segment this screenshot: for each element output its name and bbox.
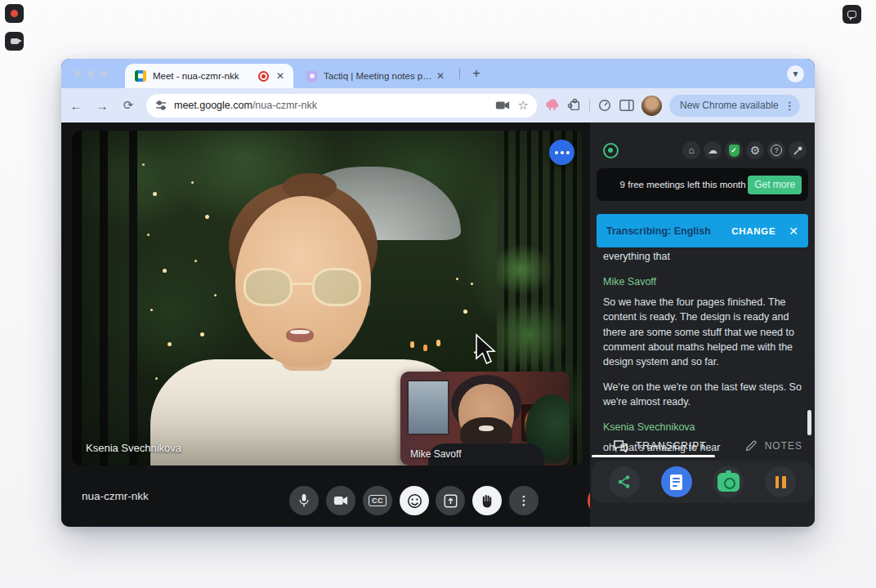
more-options-icon: ⋮ bbox=[518, 493, 530, 508]
camera-button[interactable] bbox=[326, 486, 355, 515]
smiley-icon bbox=[407, 493, 422, 509]
pause-icon bbox=[775, 476, 786, 488]
tab-close-button[interactable]: ✕ bbox=[274, 69, 287, 82]
present-screen-button[interactable] bbox=[436, 486, 465, 515]
transcript-chat-icon bbox=[613, 439, 628, 452]
captions-icon: CC bbox=[369, 495, 387, 506]
new-tab-button[interactable]: + bbox=[468, 65, 485, 82]
nav-circle-icon[interactable] bbox=[597, 98, 612, 113]
mouse-cursor bbox=[474, 333, 496, 366]
pin-icon[interactable] bbox=[789, 141, 807, 159]
sidebar-tabs: TRANSCRIPT NOTES bbox=[590, 434, 815, 457]
pink-extension-icon[interactable] bbox=[545, 99, 560, 112]
banner-close-button[interactable]: ✕ bbox=[789, 225, 798, 238]
close-window-dot[interactable] bbox=[74, 70, 81, 77]
reactions-button[interactable] bbox=[400, 486, 429, 515]
meet-page: Ksenia Svechnikova Mike Savoff nua-czmr-… bbox=[61, 122, 815, 527]
change-language-button[interactable]: CHANGE bbox=[731, 226, 775, 236]
settings-gear-icon[interactable]: ⚙ bbox=[746, 141, 764, 159]
minimize-window-dot[interactable] bbox=[87, 70, 94, 77]
privacy-shield-icon[interactable]: ✓ bbox=[725, 141, 743, 159]
back-button[interactable]: ← bbox=[65, 94, 87, 117]
tab-tactiq[interactable]: Tactiq | Meeting notes powe ✕ bbox=[300, 64, 454, 88]
main-video-tile[interactable]: Ksenia Svechnikova Mike Savoff bbox=[72, 131, 582, 466]
side-panel-icon[interactable] bbox=[619, 99, 634, 112]
captions-button[interactable]: CC bbox=[363, 486, 392, 515]
site-settings-icon[interactable] bbox=[154, 99, 168, 112]
sidebar-header: ⌂ ☁ ✓ ⚙ ? bbox=[590, 137, 815, 163]
share-button[interactable] bbox=[609, 466, 640, 497]
reload-button[interactable]: ⟳ bbox=[117, 94, 140, 117]
transcript-line: We're on the we're on the last few steps… bbox=[603, 380, 802, 409]
cloud-upload-icon[interactable]: ☁ bbox=[704, 141, 722, 159]
zoom-window-dot[interactable] bbox=[101, 70, 107, 77]
tab-title: Tactiq | Meeting notes powe bbox=[324, 71, 434, 81]
tab-transcript-label: TRANSCRIPT bbox=[636, 440, 707, 452]
share-icon bbox=[617, 474, 632, 489]
transcript-line: everything that bbox=[603, 249, 802, 264]
chat-bubble-icon bbox=[847, 11, 856, 18]
forward-button[interactable]: → bbox=[91, 94, 114, 117]
transcript-speaker: Mike Savoff bbox=[603, 274, 802, 289]
window-traffic-lights[interactable] bbox=[74, 70, 107, 77]
chat-overlay-button[interactable] bbox=[842, 5, 861, 24]
pip-video-tile[interactable]: Mike Savoff bbox=[400, 372, 570, 466]
google-docs-icon bbox=[670, 474, 682, 490]
screenshot-button[interactable] bbox=[713, 466, 744, 497]
google-docs-button[interactable] bbox=[661, 466, 692, 497]
pip-name-label: Mike Savoff bbox=[410, 448, 461, 460]
chrome-update-pill[interactable]: New Chrome available⋮ bbox=[669, 95, 800, 117]
toolbar-divider bbox=[589, 99, 590, 112]
raise-hand-icon bbox=[480, 493, 494, 508]
active-tab-underline bbox=[592, 455, 715, 457]
tab-transcript[interactable]: TRANSCRIPT bbox=[613, 439, 707, 452]
present-screen-icon bbox=[444, 494, 458, 508]
pip-window bbox=[407, 380, 449, 435]
tab-separator bbox=[459, 69, 460, 79]
pause-button[interactable] bbox=[765, 466, 796, 497]
chat-notification-badge[interactable] bbox=[549, 140, 574, 165]
bookmark-star-icon[interactable]: ☆ bbox=[518, 98, 529, 113]
transcript-speaker: Ksenia Svechnikova bbox=[603, 420, 802, 434]
meet-control-bar: nua-czmr-nkk CC ⋮ bbox=[61, 466, 590, 527]
tab-meet[interactable]: Meet - nua-czmr-nkk ✕ bbox=[125, 64, 293, 88]
home-icon[interactable]: ⌂ bbox=[682, 141, 700, 159]
extensions-puzzle-icon[interactable] bbox=[567, 98, 582, 113]
help-icon[interactable]: ? bbox=[767, 141, 785, 159]
record-dot-icon bbox=[11, 10, 18, 17]
address-bar[interactable]: meet.google.com/nua-czmr-nkk ☆ bbox=[146, 94, 537, 118]
url-text[interactable]: meet.google.com/nua-czmr-nkk bbox=[174, 100, 495, 111]
transcribing-status: Transcribing: English bbox=[606, 225, 711, 237]
transcript-panel[interactable]: everything that Mike Savoff So we have t… bbox=[603, 249, 802, 466]
browser-menu-kebab-icon[interactable]: ⋮ bbox=[784, 100, 795, 112]
sidebar-action-bar bbox=[592, 461, 813, 503]
tab-strip: Meet - nua-czmr-nkk ✕ Tactiq | Meeting n… bbox=[61, 59, 815, 88]
transcribing-banner: Transcribing: English CHANGE ✕ bbox=[597, 214, 808, 247]
more-options-button[interactable]: ⋮ bbox=[509, 486, 539, 515]
screenshot-camera-icon bbox=[717, 473, 740, 492]
raise-hand-button[interactable] bbox=[472, 486, 502, 515]
camera-icon bbox=[11, 38, 19, 44]
tactiq-sidebar: ⌂ ☁ ✓ ⚙ ? 9 free meetings left this mont… bbox=[590, 122, 815, 527]
browser-window: Meet - nua-czmr-nkk ✕ Tactiq | Meeting n… bbox=[61, 59, 815, 527]
camera-permission-icon[interactable] bbox=[495, 100, 510, 111]
browser-toolbar: ← → ⟳ meet.google.com/nua-czmr-nkk ☆ New… bbox=[61, 88, 815, 122]
transcript-scrollbar[interactable] bbox=[807, 410, 811, 435]
tab-notes[interactable]: NOTES bbox=[744, 439, 802, 452]
tab-notes-label: NOTES bbox=[765, 440, 802, 452]
participant-name-label: Ksenia Svechnikova bbox=[86, 442, 181, 454]
tactiq-logo-icon bbox=[603, 143, 619, 158]
microphone-icon bbox=[297, 493, 311, 508]
chrome-update-label: New Chrome available bbox=[680, 100, 779, 111]
notes-pencil-icon bbox=[744, 439, 758, 452]
get-more-button[interactable]: Get more bbox=[748, 176, 802, 194]
tab-search-chevron-button[interactable]: ▼ bbox=[787, 65, 804, 82]
record-indicator-overlay-button[interactable] bbox=[5, 4, 24, 23]
profile-avatar[interactable] bbox=[641, 96, 662, 116]
tab-close-button[interactable]: ✕ bbox=[434, 69, 447, 82]
screen-camera-overlay-button[interactable] bbox=[5, 32, 24, 51]
free-meetings-message: 9 free meetings left this month bbox=[618, 179, 748, 191]
tab-recording-icon bbox=[258, 71, 269, 82]
microphone-button[interactable] bbox=[289, 486, 319, 515]
camera-icon bbox=[333, 495, 348, 506]
